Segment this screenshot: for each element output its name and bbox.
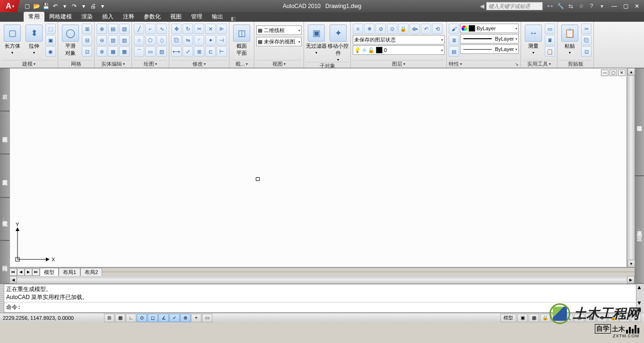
trim-icon[interactable]: ✂ <box>194 24 204 34</box>
layer-lock-icon[interactable]: 🔒 <box>398 24 409 34</box>
stretch-icon[interactable]: ⟷ <box>171 46 182 57</box>
arc-icon[interactable]: ⌒ <box>134 46 144 57</box>
box-button[interactable]: ▢长方体▾ <box>2 23 23 55</box>
intersect-icon[interactable]: ⊗ <box>96 46 107 57</box>
visual-style-dropdown[interactable]: ▦二维线框▾ <box>256 26 302 35</box>
scale-icon[interactable]: ⤢ <box>183 46 193 57</box>
clean-screen-icon[interactable]: ▢ <box>631 314 641 322</box>
copy-clip-icon[interactable]: ⿻ <box>581 35 592 45</box>
layer-match-icon[interactable]: ⟴ <box>409 24 420 34</box>
hatch-icon[interactable]: ▨ <box>157 46 167 57</box>
union-icon[interactable]: ⊕ <box>96 24 107 34</box>
layer-prev-icon[interactable]: ↶ <box>421 24 431 34</box>
rotate-icon[interactable]: ↻ <box>183 24 193 34</box>
snap-toggle[interactable]: ⊞ <box>104 314 114 322</box>
ducs-toggle[interactable]: ✓ <box>169 314 180 322</box>
extrude-button[interactable]: ⬍拉伸▾ <box>24 23 44 55</box>
face-rotate-icon[interactable]: ▨ <box>119 35 130 45</box>
layer-prop-icon[interactable]: ≡ <box>353 24 363 34</box>
layerstate-dropdown[interactable]: 未保存的图层状态▾ <box>353 35 444 44</box>
osnap-toggle[interactable]: ◻ <box>148 314 158 322</box>
cmd-scroll-down-icon[interactable]: ▼ <box>636 300 644 306</box>
tab-next-button[interactable]: ▶ <box>25 268 32 276</box>
panel-title-properties[interactable]: 特性▾↘ <box>449 60 519 68</box>
binoculars-icon[interactable]: 👓 <box>546 2 554 10</box>
move-icon[interactable]: ✥ <box>171 24 182 34</box>
qp-toggle[interactable]: ▭ <box>202 314 212 322</box>
section-plane-button[interactable]: ◫截面 平面 <box>231 23 252 57</box>
array-icon[interactable]: ⊞ <box>194 46 204 57</box>
scroll-thumb-v[interactable] <box>628 76 634 259</box>
key-icon[interactable]: 🔧 <box>556 2 565 10</box>
palette-sun[interactable]: 阳光特性 <box>0 240 9 283</box>
spline-icon[interactable]: ∿ <box>157 24 167 34</box>
layout-tab-model[interactable]: 模型 <box>40 268 59 276</box>
align-icon[interactable]: ⊫ <box>217 24 227 34</box>
scroll-left-icon[interactable]: ◀ <box>9 276 17 283</box>
subtract-icon[interactable]: ⊖ <box>96 35 107 45</box>
hardware-accel-icon[interactable]: ▾ <box>619 314 630 322</box>
tab-view[interactable]: 视图 <box>165 12 186 22</box>
mesh-refine-icon[interactable]: ⊡ <box>82 46 92 57</box>
select-icon[interactable]: ▭ <box>545 24 555 34</box>
redo-icon[interactable]: ↷ <box>70 2 78 10</box>
otrack-toggle[interactable]: ∠ <box>158 314 169 322</box>
match-icon[interactable]: ⊡ <box>581 46 592 57</box>
tab-mesh[interactable]: 网格建模 <box>44 12 77 22</box>
prop-palette-icon[interactable]: ▤ <box>449 46 459 57</box>
viewport-close-button[interactable]: ✕ <box>618 69 626 76</box>
vertical-scrollbar[interactable]: ▲ ▼ <box>627 68 635 267</box>
tab-parametric[interactable]: 参数化 <box>139 12 165 22</box>
palette-lights[interactable]: 模型中的光源 <box>0 111 9 154</box>
help-icon[interactable]: ? <box>587 2 596 10</box>
quickview-layouts-icon[interactable]: ▣ <box>517 314 528 322</box>
zoom-icon[interactable]: 🔍 <box>563 314 573 322</box>
app-menu-button[interactable]: A <box>0 0 20 12</box>
search-prev-icon[interactable]: ◀ <box>480 3 484 9</box>
explode-icon[interactable]: ✦ <box>205 35 216 45</box>
external-icon[interactable]: ◧ <box>231 16 235 22</box>
offset-icon[interactable]: ⊏ <box>205 46 216 57</box>
face-delete-icon[interactable]: ▧ <box>119 24 130 34</box>
exchange-icon[interactable]: ⇆ <box>566 2 575 10</box>
layer-dropdown[interactable]: 💡❄🔓 0▾ <box>353 45 444 55</box>
tab-home[interactable]: 常用 <box>24 12 44 22</box>
toolbar-lock-icon[interactable]: 🔒 <box>608 314 618 322</box>
measure-button[interactable]: ↔测量▾ <box>523 23 544 55</box>
redo-drop-icon[interactable]: ▾ <box>79 2 88 10</box>
qat-drop-icon[interactable]: ▾ <box>98 2 107 10</box>
polygon-icon[interactable]: ⬠ <box>145 35 156 45</box>
dyn-toggle[interactable]: ⊕ <box>180 314 191 322</box>
ellipse-icon[interactable]: ⬯ <box>157 35 167 45</box>
scroll-up-icon[interactable]: ▲ <box>627 68 635 76</box>
smooth-button[interactable]: ◯平滑 对象 <box>60 23 81 57</box>
gizmo-button[interactable]: ✦移动小控件▾ <box>328 23 348 62</box>
linetype-dropdown[interactable]: ByLayer▾ <box>460 44 519 54</box>
close-button[interactable]: ✕ <box>632 2 642 10</box>
showmotion-icon[interactable]: ▤ <box>585 314 596 322</box>
tab-prev-button[interactable]: ◀ <box>17 268 25 276</box>
layer-freeze-icon[interactable]: ⊘ <box>375 24 386 34</box>
command-input[interactable] <box>23 302 636 312</box>
drawing-canvas[interactable]: — ▢ ✕ X Y <box>9 68 627 267</box>
grid-toggle[interactable]: ▦ <box>115 314 125 322</box>
presspull-icon[interactable]: ▣ <box>45 35 56 45</box>
cut-icon[interactable]: ✂ <box>581 24 592 34</box>
undo-icon[interactable]: ↶ <box>51 2 60 10</box>
steering-wheel-icon[interactable]: ◎ <box>574 314 584 322</box>
list-icon[interactable]: ≣ <box>449 35 459 45</box>
viewport-minimize-button[interactable]: — <box>601 69 609 76</box>
tab-first-button[interactable]: ⏮ <box>9 268 17 276</box>
open-icon[interactable]: 📂 <box>32 2 41 10</box>
panel-title-draw[interactable]: 绘图▾ <box>134 60 167 68</box>
color-dropdown[interactable]: ByLayer▾ <box>460 24 519 33</box>
pan-icon[interactable]: ✋ <box>551 314 562 322</box>
panel-title-modeling[interactable]: 建模▾ <box>2 60 56 68</box>
panel-title-solidedit[interactable]: 实体编辑▾ <box>96 60 130 68</box>
palette-sheetset[interactable]: 图纸集管理器 <box>635 68 644 176</box>
matchprop-icon[interactable]: 🖌 <box>449 24 459 34</box>
help-drop-icon[interactable]: ▾ <box>598 2 606 10</box>
face-taper-icon[interactable]: ▩ <box>119 46 130 57</box>
face-offset-icon[interactable]: ▦ <box>108 46 118 57</box>
polar-toggle[interactable]: ⊙ <box>137 314 147 322</box>
